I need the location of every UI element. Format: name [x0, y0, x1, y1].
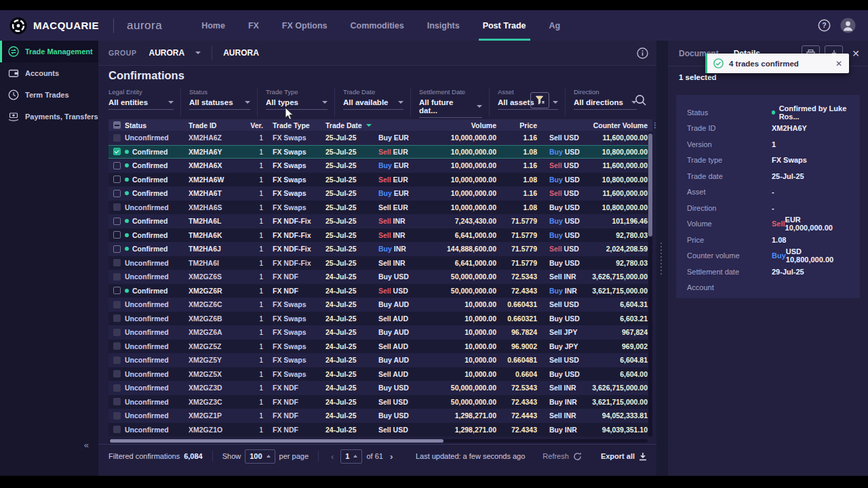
column-header-counter-volume[interactable]: Counter Volume: [587, 121, 648, 129]
header-select-all[interactable]: [108, 121, 125, 129]
row-checkbox[interactable]: [113, 190, 121, 197]
nav-item-ag[interactable]: Ag: [549, 10, 561, 41]
column-header-volume[interactable]: Volume: [423, 121, 496, 129]
table-row[interactable]: UnconfirmedXM2GZ1O1FX NDF24-Jul-25Sell U…: [108, 423, 652, 437]
nav-item-fx-options[interactable]: FX Options: [282, 10, 328, 41]
table-row[interactable]: ConfirmedTM2HA6L1FX NDF-Fix25-Jul-25Sell…: [108, 214, 652, 228]
prev-page-button[interactable]: ‹: [328, 451, 336, 462]
next-page-button[interactable]: ›: [387, 451, 395, 462]
table-row[interactable]: ConfirmedXM2HA6Y1FX Swaps25-Jul-25Sell E…: [108, 145, 652, 159]
nav-item-post-trade[interactable]: Post Trade: [483, 10, 526, 41]
row-checkbox[interactable]: [113, 426, 121, 433]
info-icon[interactable]: [637, 47, 648, 59]
row-checkbox[interactable]: [113, 357, 121, 364]
table-row[interactable]: UnconfirmedXM2GZ1P1FX NDF24-Jul-25Buy US…: [108, 409, 652, 423]
vertical-scrollbar-thumb[interactable]: [648, 134, 652, 237]
row-checkbox[interactable]: [113, 370, 121, 378]
svg-text:?: ?: [822, 21, 826, 29]
export-all-button[interactable]: Export all: [601, 452, 647, 461]
sidebar-item-accounts[interactable]: Accounts: [0, 62, 98, 84]
panel-resize-handle[interactable]: [660, 243, 662, 274]
table-row[interactable]: ConfirmedXM2HA6X1FX Swaps25-Jul-25Buy EU…: [108, 159, 652, 173]
page-size-select[interactable]: 100: [245, 449, 275, 464]
table-row[interactable]: UnconfirmedXM2HA6S1FX Swaps25-Jul-25Sell…: [108, 201, 652, 215]
column-header-trade-date[interactable]: Trade Date: [326, 121, 378, 129]
filter-asset[interactable]: AssetAll assets: [489, 88, 565, 117]
table-row[interactable]: ConfirmedTM2HA6J1FX NDF-Fix25-Jul-25Buy …: [108, 242, 652, 256]
filter-trade-type[interactable]: Trade TypeAll types: [257, 88, 334, 117]
row-checkbox[interactable]: [113, 148, 121, 155]
row-checkbox[interactable]: [113, 176, 121, 183]
row-checkbox[interactable]: [113, 203, 121, 211]
detail-label: Direction: [687, 204, 772, 212]
table-row[interactable]: UnconfirmedXM2GZ5Z1FX Swaps24-Jul-25Sell…: [108, 340, 652, 354]
nav-item-insights[interactable]: Insights: [427, 10, 460, 41]
row-checkbox[interactable]: [113, 287, 121, 294]
row-checkbox[interactable]: [113, 412, 121, 420]
column-header-trade-type[interactable]: Trade Type: [263, 121, 326, 129]
table-row[interactable]: UnconfirmedXM2HA6Z1FX Swaps25-Jul-25Buy …: [108, 131, 652, 145]
table-row[interactable]: UnconfirmedTM2HA6I1FX NDF-Fix25-Jul-25Se…: [108, 256, 652, 270]
cell-trade-date: 24-Jul-25: [326, 411, 378, 420]
sidebar-item-trade-management[interactable]: Trade Management: [0, 41, 98, 62]
direction-currency: USD: [394, 272, 409, 281]
table-row[interactable]: ConfirmedXM2HA6T1FX Swaps25-Jul-25Buy EU…: [108, 186, 652, 201]
vertical-scrollbar[interactable]: [648, 132, 652, 436]
sidebar-item-label: Payments, Transfers & …: [25, 113, 98, 121]
row-checkbox[interactable]: [113, 245, 121, 253]
clear-filters-button[interactable]: [530, 92, 549, 108]
toast-close-icon[interactable]: ✕: [835, 59, 842, 68]
table-row[interactable]: ConfirmedXM2HA6W1FX Swaps25-Jul-25Sell E…: [108, 173, 652, 187]
search-icon[interactable]: [635, 94, 647, 106]
filter-legal-entity[interactable]: Legal EntityAll entities: [108, 88, 180, 117]
row-checkbox[interactable]: [113, 273, 121, 281]
group-selector[interactable]: AURORA: [149, 48, 201, 58]
row-checkbox[interactable]: [113, 162, 121, 169]
nav-item-commodities[interactable]: Commodities: [351, 10, 404, 41]
column-header-trade-id[interactable]: Trade ID: [189, 121, 245, 129]
refresh-button[interactable]: Refresh: [542, 452, 582, 461]
column-header-ver[interactable]: Ver.: [245, 121, 263, 129]
filter-settlement-date[interactable]: Settlement DateAll future dat...: [410, 88, 489, 117]
sidebar-item-payments-transfers[interactable]: Payments, Transfers & …: [0, 106, 98, 127]
table-row[interactable]: UnconfirmedXM2GZ6S1FX NDF24-Jul-25Buy US…: [108, 270, 652, 284]
close-panel-icon[interactable]: ✕: [852, 48, 860, 59]
cell-trade-id: XM2GZ3D: [189, 384, 245, 392]
table-row[interactable]: UnconfirmedXM2GZ6B1FX Swaps24-Jul-25Sell…: [108, 312, 652, 326]
table-row[interactable]: UnconfirmedXM2GZ3D1FX NDF24-Jul-25Buy US…: [108, 381, 652, 395]
sidebar-collapse-icon[interactable]: «: [84, 440, 89, 450]
column-header-price[interactable]: Price: [496, 121, 537, 129]
table-row[interactable]: UnconfirmedXM2GZ5Y1FX Swaps24-Jul-25Buy …: [108, 353, 652, 367]
table-row[interactable]: UnconfirmedXM2GZ6A1FX Swaps24-Jul-25Buy …: [108, 325, 652, 340]
row-checkbox[interactable]: [113, 218, 121, 225]
nav-item-home[interactable]: Home: [201, 10, 225, 41]
row-checkbox[interactable]: [113, 342, 121, 350]
page-number-select[interactable]: 1: [340, 449, 362, 464]
cell-trade-type: FX NDF-Fix: [263, 231, 326, 239]
row-checkbox[interactable]: [113, 384, 121, 392]
row-checkbox[interactable]: [113, 314, 121, 322]
horizontal-scrollbar-thumb[interactable]: [110, 439, 443, 443]
nav-item-fx[interactable]: FX: [248, 10, 259, 41]
brand: MACQUARIE aurora: [0, 17, 162, 35]
select-all-checkbox[interactable]: [113, 121, 121, 129]
filter-status[interactable]: StatusAll statuses: [180, 88, 257, 117]
row-checkbox[interactable]: [113, 231, 121, 239]
row-checkbox[interactable]: [113, 329, 121, 336]
filter-trade-date[interactable]: Trade DateAll available: [334, 88, 410, 117]
help-icon[interactable]: ?: [818, 19, 831, 32]
user-icon[interactable]: [840, 18, 856, 33]
row-checkbox[interactable]: [113, 301, 121, 308]
table-row[interactable]: UnconfirmedXM2GZ5X1FX Swaps24-Jul-25Sell…: [108, 367, 652, 382]
horizontal-scrollbar[interactable]: [108, 439, 648, 443]
filter-direction[interactable]: DirectionAll directions: [565, 88, 644, 117]
row-checkbox[interactable]: [113, 259, 121, 266]
column-header-status[interactable]: Status: [125, 121, 189, 129]
table-row[interactable]: ConfirmedXM2GZ6R1FX NDF24-Jul-25Sell USD…: [108, 284, 652, 298]
table-row[interactable]: UnconfirmedXM2GZ3C1FX NDF24-Jul-25Sell U…: [108, 395, 652, 409]
row-checkbox[interactable]: [113, 398, 121, 405]
row-checkbox[interactable]: [113, 134, 121, 142]
table-row[interactable]: ConfirmedTM2HA6K1FX NDF-Fix25-Jul-25Sell…: [108, 228, 652, 243]
sidebar-item-term-trades[interactable]: Term Trades: [0, 84, 98, 106]
table-row[interactable]: UnconfirmedXM2GZ6C1FX Swaps24-Jul-25Buy …: [108, 298, 652, 312]
